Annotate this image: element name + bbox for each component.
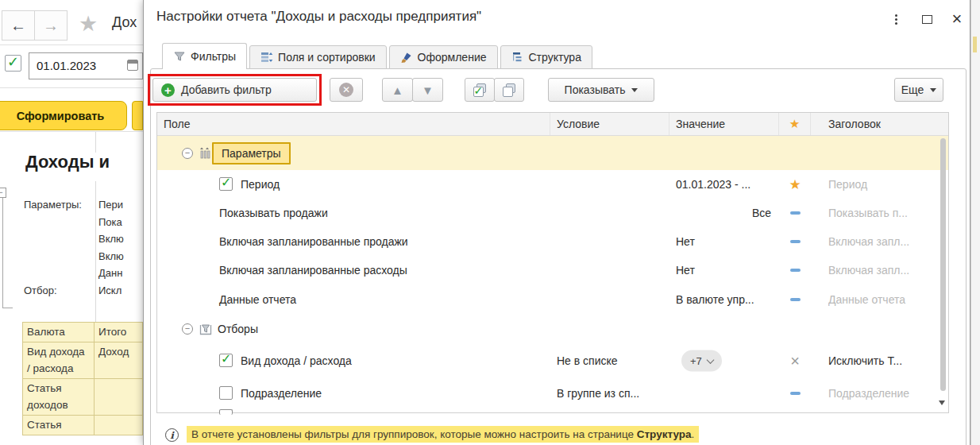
report-grid-cell: Статья: [23, 415, 95, 435]
group-label: Параметры: [212, 142, 291, 164]
close-icon: ×: [952, 9, 963, 29]
settings-filter-row[interactable]: ПодразделениеВ группе из сп...Подразделе…: [157, 378, 948, 408]
divider: [0, 87, 143, 88]
column-header-field[interactable]: Поле: [157, 113, 550, 135]
report-line: Параметры:Пери: [24, 196, 143, 214]
value-text: 01.01.2023 - ...: [669, 178, 779, 191]
structure-tree-icon: [511, 51, 524, 64]
collapse-toggle-icon[interactable]: −: [182, 148, 193, 159]
quick-access-star-icon[interactable]: ★: [779, 170, 811, 199]
maximize-button[interactable]: [916, 8, 938, 30]
generate-report-button[interactable]: Сформировать: [0, 101, 127, 130]
report-grid-row: Статья доходов: [23, 378, 143, 415]
report-grid-body: ВалютаИтогоВид дохода / расходаДоходСтат…: [23, 323, 143, 435]
settings-group-row[interactable]: −Параметры: [157, 136, 948, 170]
quick-access-dash-icon[interactable]: [779, 256, 811, 284]
more-label: Еще: [901, 83, 924, 96]
show-dropdown-button[interactable]: Показывать: [548, 78, 654, 102]
report-lines: Параметры:ПериПокаВклюВклюДаннОтбор:Искл: [24, 196, 143, 300]
field-name: Включая запланированные продажи: [219, 235, 408, 248]
report-line: Данн: [24, 265, 143, 282]
field-name: Данные отчета: [219, 293, 296, 306]
quick-access-dash-icon[interactable]: [779, 284, 811, 314]
info-icon: i: [165, 428, 179, 442]
report-grid-row: ВалютаИтого: [23, 323, 143, 342]
back-button[interactable]: ←: [2, 10, 35, 41]
report-grid-cell: Валюта: [23, 323, 95, 342]
report-grid-cell: Вид дохода / расхода: [23, 342, 95, 378]
dash-icon: [790, 240, 801, 243]
add-filter-button[interactable]: + Добавить фильтр: [152, 78, 317, 102]
move-down-button[interactable]: ▼: [412, 78, 443, 102]
row-checkbox[interactable]: [219, 177, 233, 191]
settings-filter-row[interactable]: Показывать продажиВсеПоказывать п...: [157, 199, 948, 227]
chevron-down-icon: [930, 88, 936, 95]
scrollbar-down-arrow[interactable]: [939, 400, 945, 408]
tab-filters[interactable]: Фильтры: [162, 43, 247, 69]
settings-filter-row[interactable]: Данные отчетаВ валюте упр...Данные отчет…: [157, 284, 948, 314]
excluded-x-icon[interactable]: ×: [779, 343, 811, 378]
filters-table: Поле Условие Значение ★ Заголовок −Парам…: [156, 112, 949, 413]
period-checkbox[interactable]: [5, 55, 21, 72]
parameters-icon: [199, 146, 213, 161]
group-collapse-box[interactable]: −: [0, 188, 6, 198]
collapse-toggle-icon[interactable]: −: [182, 323, 193, 335]
pill-count: +7: [690, 355, 702, 367]
checkbox-partial[interactable]: [219, 409, 233, 415]
forward-button[interactable]: →: [34, 10, 68, 41]
quick-access-dash-icon[interactable]: [779, 199, 811, 227]
tab-fields-sorting[interactable]: Поля и сортировки: [249, 45, 387, 69]
divider: [0, 44, 143, 45]
report-grid-row: Вид дохода / расходаДоход: [23, 342, 143, 378]
header-caption: Включая запл...: [828, 264, 939, 277]
move-up-button[interactable]: ▲: [382, 78, 413, 102]
settings-filter-row[interactable]: [157, 408, 948, 414]
window-menu-button[interactable]: [885, 8, 907, 30]
column-header-quick-access-star-icon[interactable]: ★: [779, 113, 811, 135]
row-checkbox[interactable]: [219, 354, 233, 367]
settings-filter-row[interactable]: Вид дохода / расходаНе в списке+7×Исключ…: [157, 343, 948, 378]
tab-appearance[interactable]: Оформление: [389, 45, 498, 69]
cut-button-fragment[interactable]: [132, 101, 143, 130]
vertical-scrollbar-thumb[interactable]: [940, 138, 946, 391]
value-pill[interactable]: +7: [681, 350, 722, 372]
filter-box-icon: [199, 322, 213, 336]
calendar-icon[interactable]: [127, 60, 138, 71]
settings-filter-row[interactable]: Включая запланированные продажиНетВключа…: [157, 227, 948, 256]
check-all-button[interactable]: [465, 78, 495, 102]
uncheck-all-button[interactable]: [494, 78, 524, 102]
show-label: Показывать: [565, 83, 626, 96]
more-dropdown-button[interactable]: Еще: [894, 78, 943, 102]
column-header-condition[interactable]: Условие: [550, 113, 669, 135]
close-button[interactable]: ×: [946, 8, 968, 30]
grouping-bracket: [2, 198, 3, 308]
report-grid-cell: Итого: [94, 323, 142, 342]
favorite-star-icon[interactable]: ★: [79, 11, 98, 37]
remove-filter-button-disabled[interactable]: ✕: [330, 78, 363, 102]
table-header: Поле Условие Значение ★ Заголовок: [157, 113, 948, 136]
field-name: Вид дохода / расхода: [241, 354, 352, 367]
settings-filter-row[interactable]: Период01.01.2023 - ...★Период: [157, 170, 948, 199]
dash-icon: [790, 211, 801, 215]
header-caption: Данные отчета: [828, 293, 939, 306]
report-grid-row: Статья: [23, 415, 143, 435]
background-window-right-edge: [970, 0, 980, 445]
report-grid-cell: Доход: [94, 342, 142, 378]
report-line-value: Искл: [98, 284, 122, 296]
settings-group-row[interactable]: −Отборы: [157, 314, 948, 343]
tab-structure[interactable]: Структура: [500, 45, 592, 69]
quick-access-dash-icon[interactable]: [779, 378, 811, 408]
report-line-value: Пери: [98, 199, 123, 211]
settings-filter-row[interactable]: Включая запланированные расходыНетВключа…: [157, 256, 948, 284]
report-grid-cell: [94, 378, 142, 415]
quick-access-dash-icon[interactable]: [779, 227, 811, 256]
column-header-value[interactable]: Значение: [669, 113, 779, 135]
column-header-caption[interactable]: Заголовок: [811, 113, 939, 135]
report-line-label: Отбор:: [24, 282, 98, 300]
info-text: В отчете установлены фильтры для группир…: [191, 428, 637, 440]
period-date-input[interactable]: 01.01.2023: [29, 52, 143, 79]
report-line: Вклю: [24, 248, 143, 265]
row-checkbox[interactable]: [219, 386, 233, 400]
report-grid: ВалютаИтогоВид дохода / расходаДоходСтат…: [22, 322, 143, 435]
report-line-value: Вклю: [98, 233, 124, 245]
